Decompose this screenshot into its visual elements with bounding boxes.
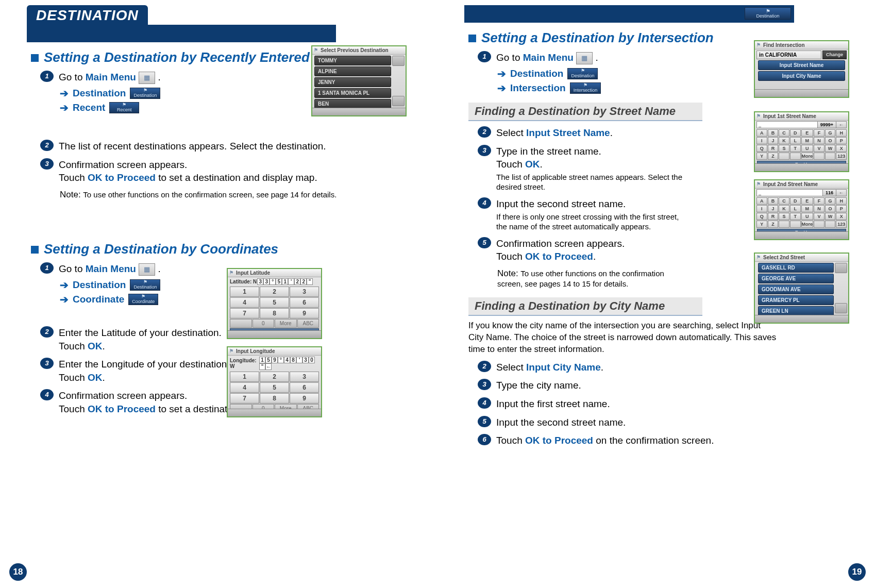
keypad-key[interactable]: 1 (230, 372, 259, 382)
keyboard-key[interactable]: O (825, 137, 836, 144)
keyboard-key[interactable]: A (756, 197, 767, 205)
keyboard-key[interactable]: E (801, 197, 814, 205)
keyboard-key[interactable]: P (836, 205, 847, 212)
ok-link[interactable]: OK (525, 159, 540, 170)
keyboard-key[interactable]: X (836, 145, 847, 152)
keyboard-key[interactable]: K (779, 205, 789, 212)
keyboard-key[interactable]: C (779, 129, 789, 137)
intersection-link[interactable]: Intersection (510, 82, 566, 94)
keyboard-key[interactable]: M (801, 205, 814, 212)
keyboard-key[interactable]: F (814, 197, 824, 205)
change-button[interactable]: Change (822, 51, 847, 59)
input-street-name-link[interactable]: Input Street Name (526, 127, 610, 138)
main-menu-link[interactable]: Main Menu (523, 52, 574, 63)
keypad-key[interactable]: 7 (230, 308, 259, 318)
ok-to-proceed-link[interactable]: OK to Proceed (525, 251, 593, 262)
keyboard-key[interactable]: X (836, 213, 847, 220)
list-item[interactable]: ALPINE (314, 66, 391, 76)
keyboard-key[interactable]: Y (756, 221, 767, 228)
keypad-key[interactable] (230, 319, 252, 328)
list-item[interactable]: GRAMERCY PL (758, 295, 834, 305)
keypad-key[interactable]: More (275, 319, 297, 328)
keyboard-key[interactable] (790, 153, 801, 160)
ok-link[interactable]: OK (88, 372, 103, 383)
keyboard-key[interactable]: R (768, 213, 779, 220)
ok-to-proceed-link[interactable]: OK to Proceed (525, 435, 593, 446)
destination-link[interactable]: Destination (510, 68, 563, 79)
keyboard-key[interactable]: A (756, 129, 767, 137)
keypad-key[interactable]: 3 (290, 372, 319, 382)
keyboard-key[interactable]: V (814, 145, 824, 152)
keyboard-key[interactable]: H (836, 129, 847, 137)
keyboard-key[interactable]: 123 (836, 153, 847, 160)
keyboard-key[interactable]: D (790, 197, 801, 205)
keypad-key[interactable]: 3 (290, 287, 319, 297)
keypad[interactable]: 123456789 (228, 371, 321, 404)
destination-link[interactable]: Destination (73, 88, 126, 99)
keyboard-key[interactable]: H (836, 197, 847, 205)
keypad-key[interactable]: 6 (290, 297, 319, 308)
keyboard-key[interactable] (825, 153, 836, 160)
keyboard[interactable]: ABCDEFGHIJKLMNOPQRSTUVWXYZMore123 (755, 129, 848, 160)
keyboard-key[interactable]: G (825, 129, 836, 137)
list-item[interactable]: JENNY (314, 77, 391, 87)
ok-link[interactable]: OK (88, 341, 103, 351)
keyboard-key[interactable]: G (825, 197, 836, 205)
keypad-key[interactable]: 5 (260, 297, 289, 308)
keyboard-key[interactable]: P (836, 137, 847, 144)
keyboard-key[interactable] (779, 153, 789, 160)
keypad-key[interactable]: 9 (290, 308, 319, 318)
list-item[interactable]: 1 SANTA MONICA PL (314, 88, 391, 98)
keyboard-key[interactable]: W (825, 213, 836, 220)
list-item[interactable]: TOMMY (314, 56, 391, 65)
keyboard-key[interactable]: Q (756, 213, 767, 220)
keyboard-key[interactable]: B (768, 197, 779, 205)
scroll-down-icon[interactable] (392, 96, 405, 106)
keypad-key[interactable]: 8 (260, 393, 289, 404)
input-city-name-link[interactable]: Input City Name (526, 362, 601, 373)
keypad[interactable]: 123456789 (228, 286, 321, 319)
recent-link[interactable]: Recent (73, 102, 105, 113)
keyboard-key[interactable]: Z (768, 221, 779, 228)
keyboard-key[interactable]: B (768, 129, 779, 137)
scroll-up-icon[interactable] (835, 263, 847, 273)
keyboard-key[interactable]: S (779, 213, 789, 220)
input-city-name-button[interactable]: Input City Name (758, 71, 845, 81)
keyboard-key[interactable]: Q (756, 145, 767, 152)
scroll-up-icon[interactable] (392, 56, 405, 66)
keyboard-key[interactable]: F (814, 129, 824, 137)
ok-to-proceed-link[interactable]: OK to Proceed (88, 172, 156, 183)
keyboard-key[interactable]: T (790, 213, 801, 220)
keypad-key[interactable]: 2 (260, 372, 289, 382)
keyboard-key[interactable]: S (779, 145, 789, 152)
keyboard-key[interactable]: N (814, 137, 824, 144)
keypad-key[interactable]: ABC (297, 319, 319, 328)
keyboard-key[interactable]: V (814, 213, 824, 220)
keyboard-key[interactable] (814, 221, 824, 228)
keyboard-key[interactable]: J (768, 205, 779, 212)
coordinate-link[interactable]: Coordinate (73, 294, 124, 305)
keyboard-key[interactable] (779, 221, 789, 228)
keyboard-key[interactable] (825, 221, 836, 228)
keypad-key[interactable]: 7 (230, 393, 259, 404)
keyboard-key[interactable]: L (790, 205, 801, 212)
destination-link[interactable]: Destination (73, 279, 126, 291)
keyboard-key[interactable]: D (790, 129, 801, 137)
keyboard-key[interactable]: K (779, 137, 789, 144)
keyboard-key[interactable]: I (756, 137, 767, 144)
keypad-key[interactable]: 1 (230, 287, 259, 297)
keypad-key[interactable]: 8 (260, 308, 289, 318)
keypad-key[interactable]: 6 (290, 382, 319, 393)
list-item[interactable]: GEORGE AVE (758, 274, 834, 283)
main-menu-link[interactable]: Main Menu (86, 72, 136, 82)
input-street-name-button[interactable]: Input Street Name (758, 60, 845, 70)
keyboard[interactable]: ABCDEFGHIJKLMNOPQRSTUVWXYZMore123 (755, 197, 848, 228)
keypad-key[interactable]: 0 (253, 319, 275, 328)
keypad-key[interactable]: 9 (290, 393, 319, 404)
keyboard-key[interactable]: C (779, 197, 789, 205)
list-item[interactable]: GASKELL RD (758, 263, 834, 273)
keyboard-key[interactable]: E (801, 129, 814, 137)
keyboard-key[interactable]: L (790, 137, 801, 144)
keyboard-key[interactable]: M (801, 137, 814, 144)
keypad-key[interactable]: 5 (260, 382, 289, 393)
